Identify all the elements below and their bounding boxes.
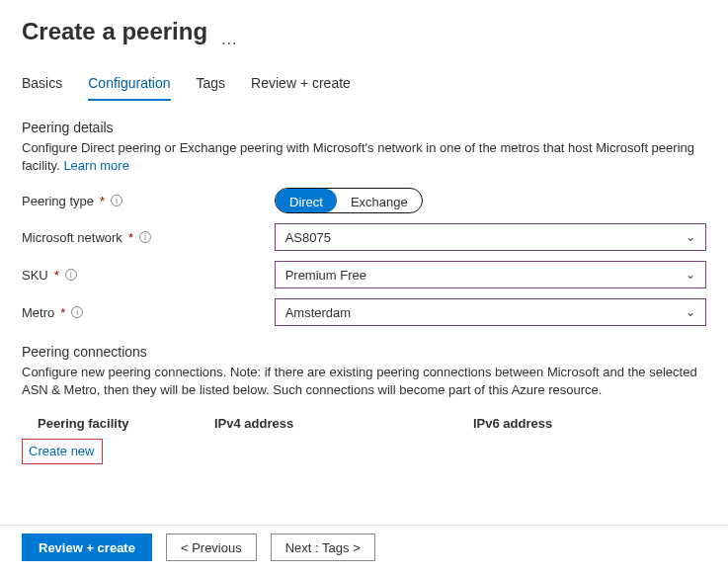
- tab-review-create[interactable]: Review + create: [251, 69, 351, 101]
- info-icon[interactable]: i: [65, 269, 77, 281]
- peering-details-heading: Peering details: [22, 120, 706, 135]
- peering-type-label: Peering type: [22, 194, 94, 208]
- metro-value: Amsterdam: [285, 305, 351, 320]
- column-ipv4-address: IPv4 address: [214, 416, 473, 431]
- required-marker: *: [128, 230, 133, 245]
- chevron-down-icon: ⌄: [686, 268, 695, 282]
- sku-value: Premium Free: [285, 268, 366, 283]
- create-new-link[interactable]: Create new: [29, 444, 94, 458]
- chevron-down-icon: ⌄: [686, 305, 695, 319]
- peering-connections-description: Configure new peering connections. Note:…: [22, 364, 706, 398]
- previous-button[interactable]: < Previous: [166, 534, 257, 561]
- connections-table-header: Peering facility IPv4 address IPv6 addre…: [22, 416, 706, 431]
- info-icon[interactable]: i: [139, 231, 151, 243]
- peering-details-description: Configure Direct peering or Exchange pee…: [22, 139, 706, 174]
- tab-configuration[interactable]: Configuration: [88, 69, 170, 101]
- required-marker: *: [100, 194, 105, 208]
- required-marker: *: [54, 268, 59, 283]
- next-button[interactable]: Next : Tags >: [271, 534, 375, 561]
- wizard-footer: Review + create < Previous Next : Tags >: [22, 534, 375, 561]
- sku-label: SKU: [22, 268, 48, 283]
- metro-dropdown[interactable]: Amsterdam ⌄: [275, 298, 706, 326]
- sku-dropdown[interactable]: Premium Free ⌄: [275, 261, 706, 288]
- learn-more-link[interactable]: Learn more: [63, 158, 128, 173]
- metro-label: Metro: [22, 305, 54, 320]
- tab-bar: Basics Configuration Tags Review + creat…: [22, 69, 706, 102]
- info-icon[interactable]: i: [111, 195, 122, 206]
- info-icon[interactable]: i: [71, 306, 83, 318]
- more-menu-icon[interactable]: ···: [221, 35, 237, 52]
- create-new-highlight: Create new: [22, 439, 103, 464]
- column-ipv6-address: IPv6 address: [473, 416, 671, 431]
- peering-type-direct[interactable]: Direct: [276, 189, 337, 212]
- microsoft-network-value: AS8075: [285, 230, 331, 245]
- tab-basics[interactable]: Basics: [22, 69, 62, 101]
- column-peering-facility: Peering facility: [22, 416, 214, 431]
- required-marker: *: [60, 305, 65, 320]
- chevron-down-icon: ⌄: [686, 230, 695, 244]
- microsoft-network-dropdown[interactable]: AS8075 ⌄: [275, 223, 706, 251]
- microsoft-network-label: Microsoft network: [22, 230, 122, 245]
- peering-type-toggle[interactable]: Direct Exchange: [275, 188, 423, 213]
- peering-type-exchange[interactable]: Exchange: [337, 189, 422, 212]
- page-title: Create a peering: [22, 18, 207, 45]
- review-create-button[interactable]: Review + create: [22, 534, 152, 561]
- peering-connections-heading: Peering connections: [22, 344, 706, 360]
- tab-tags[interactable]: Tags: [197, 69, 226, 101]
- footer-divider: [0, 525, 728, 526]
